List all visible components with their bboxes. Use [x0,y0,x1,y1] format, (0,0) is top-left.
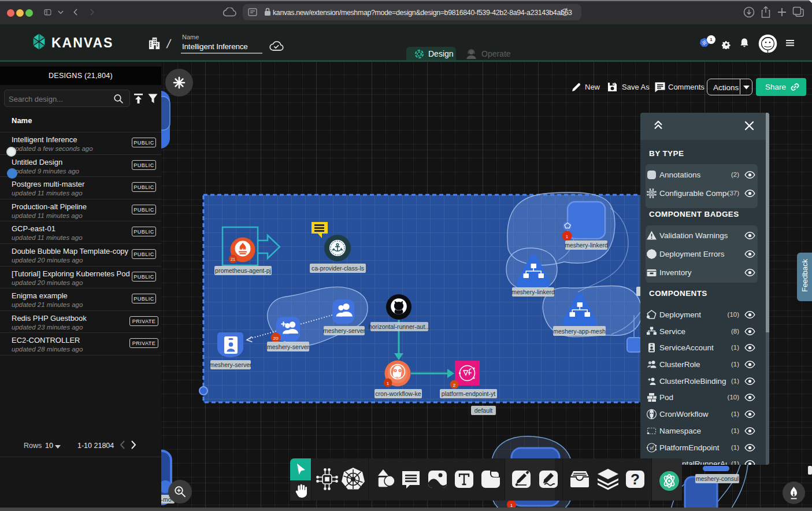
svg-text:?: ? [631,471,640,488]
svg-text:cron-workflow-ke: cron-workflow-ke [375,390,421,397]
svg-text:meshery-linkerd: meshery-linkerd [565,242,608,249]
svg-text:2: 2 [453,383,456,388]
svg-text:vf: vf [650,445,654,450]
svg-text:default: default [474,407,493,414]
svg-text:1: 1 [387,381,390,386]
svg-text:ca-provider-class-ls: ca-provider-class-ls [312,265,364,272]
svg-text:prometheus-agent-pj: prometheus-agent-pj [215,267,271,274]
svg-text:1: 1 [510,503,513,508]
svg-text:meshery-server: meshery-server [267,343,309,350]
svg-text:21: 21 [231,257,235,261]
svg-text:meshery-server: meshery-server [210,361,252,368]
svg-text:meshery-consul: meshery-consul [696,475,739,482]
svg-text:1: 1 [566,234,569,239]
svg-text:platform-endpoint-yt: platform-endpoint-yt [442,390,495,397]
svg-text:meshery-app-mesh: meshery-app-mesh [553,328,606,335]
svg-text:meshery-server: meshery-server [323,327,365,334]
svg-text:meshery-linkerd: meshery-linkerd [511,288,555,295]
svg-text:20: 20 [273,336,279,341]
svg-text:1: 1 [710,37,713,42]
svg-text:horizontal-runner-aut...: horizontal-runner-aut... [369,323,430,330]
